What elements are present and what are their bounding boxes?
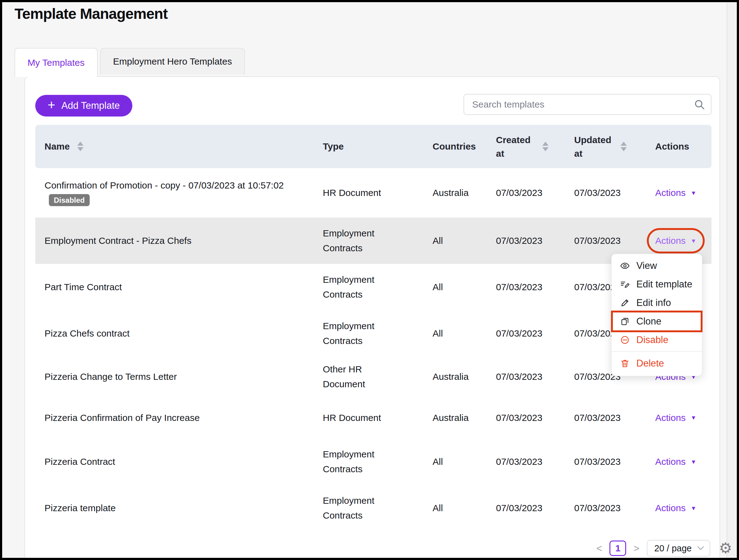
column-label: Created at — [496, 133, 535, 160]
created-at-cell: 07/03/2023 — [496, 454, 572, 469]
template-name-cell: Confirmation of Promotion - copy - 07/03… — [44, 178, 317, 208]
row-actions-button[interactable]: Actions ▼ — [655, 454, 696, 469]
menu-item-label: Edit info — [636, 297, 671, 309]
search-icon — [694, 99, 705, 110]
row-actions-button[interactable]: Actions ▼ — [655, 185, 696, 200]
chevron-down-icon: ▼ — [691, 190, 696, 196]
column-header-name[interactable]: Name — [44, 140, 317, 153]
tab-label: My Templates — [27, 57, 85, 68]
countries-cell: Australia — [433, 369, 491, 384]
template-name-cell: Pizzeria Confirmation of Pay Increase — [44, 410, 317, 425]
actions-cell: Actions ▼ — [655, 185, 712, 200]
updated-at-cell: 07/03/2023 — [574, 410, 651, 425]
trash-icon — [620, 358, 630, 369]
updated-at-cell: 07/03/2023 — [574, 185, 651, 200]
menu-item-disable[interactable]: Disable — [612, 331, 702, 349]
current-page-button[interactable]: 1 — [609, 541, 626, 556]
template-name: Part Time Contract — [44, 282, 122, 292]
table-row: Part Time Contract Employment Contracts … — [35, 264, 712, 310]
column-header-actions: Actions — [655, 140, 712, 153]
template-name-cell: Pizzeria Change to Terms Letter — [44, 369, 317, 384]
search-box — [463, 94, 712, 115]
template-type-cell: Employment Contracts — [323, 319, 406, 348]
table-row: Employment Contract - Pizza Chefs Employ… — [35, 218, 712, 264]
table-row: Confirmation of Promotion - copy - 07/03… — [35, 168, 712, 218]
actions-cell: Actions ▼ — [655, 454, 712, 469]
column-label: Name — [44, 140, 70, 153]
template-type-cell: Employment Contracts — [323, 493, 406, 523]
row-actions-button[interactable]: Actions ▼ — [655, 501, 696, 516]
template-type-cell: HR Document — [323, 410, 406, 425]
countries-cell: All — [433, 454, 491, 469]
menu-item-edit-template[interactable]: Edit template — [612, 275, 702, 294]
countries-cell: All — [433, 501, 491, 516]
table-header: NameTypeCountriesCreated atUpdated atAct… — [35, 125, 712, 168]
template-name-cell: Pizza Chefs contract — [44, 326, 317, 341]
sort-icon[interactable] — [77, 142, 84, 151]
menu-item-label: View — [636, 260, 657, 271]
app-window: Template Management My Templates Employm… — [0, 0, 739, 560]
menu-item-label: Delete — [636, 358, 664, 369]
template-type-cell: Other HR Document — [323, 362, 406, 392]
column-label: Updated at — [574, 133, 613, 160]
pagination: < 1 > 20 / page — [595, 540, 710, 557]
actions-label: Actions — [655, 185, 686, 200]
templates-card: + Add Template NameTypeCountriesCreated … — [24, 76, 720, 560]
template-type-cell: Employment Contracts — [323, 447, 406, 477]
menu-item-view[interactable]: View — [612, 256, 702, 275]
template-name-cell: Part Time Contract — [44, 280, 317, 295]
previous-page-button[interactable]: < — [595, 543, 604, 553]
actions-context-menu: View Edit template Edit info Clone Disab… — [611, 254, 702, 376]
table-row: Pizzeria Contract Employment Contracts A… — [35, 438, 712, 485]
menu-item-clone[interactable]: Clone — [612, 312, 702, 331]
pencil-icon — [620, 298, 630, 308]
tab-label: Employment Hero Templates — [113, 56, 232, 67]
minus-circle-icon — [620, 335, 630, 345]
status-badge: Disabled — [49, 194, 90, 206]
chevron-down-icon: ▼ — [691, 415, 696, 421]
table-body: Confirmation of Promotion - copy - 07/03… — [35, 168, 712, 531]
scrollbar-track[interactable] — [727, 2, 737, 558]
page-size-label: 20 / page — [654, 543, 692, 554]
created-at-cell: 07/03/2023 — [496, 410, 572, 425]
gear-icon[interactable]: ⚙ — [719, 539, 732, 557]
sort-icon[interactable] — [621, 142, 627, 151]
eye-icon — [620, 260, 630, 271]
column-header-updated-at[interactable]: Updated at — [574, 133, 651, 160]
template-name-cell: Pizzeria template — [44, 501, 317, 516]
sort-icon[interactable] — [542, 142, 549, 151]
actions-cell: Actions ▼ — [655, 410, 712, 425]
menu-item-edit-info[interactable]: Edit info — [612, 294, 702, 312]
updated-at-cell: 07/03/2023 — [574, 501, 651, 516]
menu-item-label: Edit template — [636, 279, 692, 290]
countries-cell: All — [433, 233, 491, 248]
row-actions-button[interactable]: Actions ▼ — [655, 233, 696, 248]
search-input[interactable] — [463, 94, 712, 115]
tab-employment-hero-templates[interactable]: Employment Hero Templates — [100, 48, 245, 74]
chevron-down-icon — [697, 546, 704, 550]
template-type-cell: Employment Contracts — [323, 226, 406, 255]
add-template-button[interactable]: + Add Template — [35, 95, 132, 117]
template-type-cell: Employment Contracts — [323, 272, 406, 302]
actions-cell: Actions ▼ — [655, 501, 712, 516]
actions-label: Actions — [655, 501, 686, 516]
template-name: Pizzeria template — [44, 503, 116, 513]
tab-my-templates[interactable]: My Templates — [14, 48, 98, 77]
column-header-created-at[interactable]: Created at — [496, 133, 572, 160]
menu-item-delete[interactable]: Delete — [612, 351, 702, 373]
created-at-cell: 07/03/2023 — [496, 501, 572, 516]
next-page-button[interactable]: > — [632, 543, 641, 553]
actions-cell: Actions ▼ — [655, 233, 712, 248]
table-row: Pizzeria Change to Terms Letter Other HR… — [35, 357, 712, 397]
table-row: Pizza Chefs contract Employment Contract… — [35, 310, 712, 357]
plus-icon: + — [48, 99, 55, 112]
tab-bar: My Templates Employment Hero Templates — [14, 48, 245, 77]
row-actions-button[interactable]: Actions ▼ — [655, 410, 696, 425]
template-name: Pizzeria Contract — [44, 456, 115, 467]
page-size-select[interactable]: 20 / page — [647, 540, 710, 557]
countries-cell: All — [433, 326, 491, 341]
template-name: Confirmation of Promotion - copy - 07/03… — [44, 180, 284, 190]
edit-document-icon — [620, 279, 630, 290]
page-title: Template Management — [14, 5, 168, 22]
chevron-down-icon: ▼ — [691, 459, 696, 465]
